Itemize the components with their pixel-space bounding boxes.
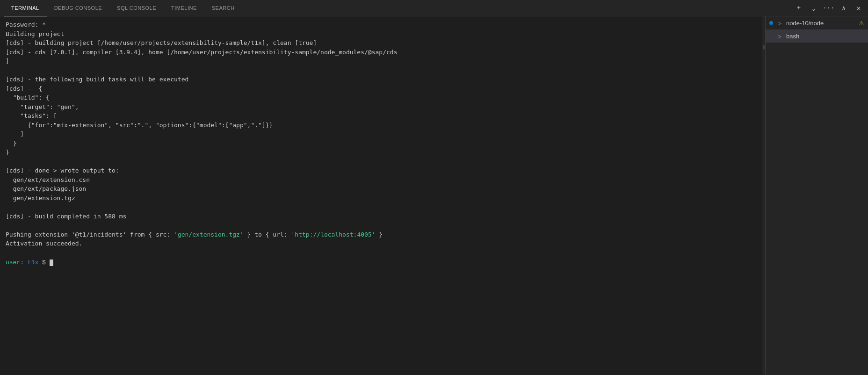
- main-area: Password: * Building project [cds] - bui…: [0, 16, 868, 375]
- sidebar-item-node-10-node[interactable]: ▷ node-10/node ⚠: [766, 16, 868, 29]
- terminal-line-15: }: [6, 148, 757, 157]
- tab-terminal[interactable]: TERMINAL: [4, 0, 47, 16]
- tab-bar-right: + ⌄ ··· ∧ ✕: [793, 2, 864, 14]
- prompt-symbol: $: [42, 258, 46, 267]
- terminal-panel: Password: * Building project [cds] - bui…: [0, 16, 762, 375]
- sidebar-item-bash[interactable]: ▷ bash: [766, 29, 868, 43]
- active-dot-indicator: [769, 21, 773, 25]
- close-panel-button[interactable]: ✕: [853, 2, 864, 14]
- tab-bar-left: TERMINAL DEBUG CONSOLE SQL CONSOLE TIMEL…: [4, 0, 242, 16]
- terminal-line-blank: [6, 248, 757, 258]
- terminal-line-push: Pushing extension '@t1/incidents' from {…: [6, 230, 757, 239]
- terminal-line-1: Password: *: [6, 20, 757, 29]
- terminal-line-4: [cds] - cds [7.0.1], compiler [3.9.4], h…: [6, 48, 757, 57]
- terminal-line-19: gen/ext/package.json: [6, 184, 757, 194]
- maximize-icon[interactable]: ∧: [838, 2, 849, 14]
- terminal-line-20: gen/extension.tgz: [6, 194, 757, 203]
- terminal-line-21: [6, 202, 757, 212]
- terminal-line-6: [6, 66, 757, 75]
- tab-bar: TERMINAL DEBUG CONSOLE SQL CONSOLE TIMEL…: [0, 0, 868, 16]
- terminal-line-8: [cds] - {: [6, 84, 757, 94]
- sidebar-item-bash-label: bash: [786, 33, 864, 40]
- prompt-user: user:: [6, 258, 24, 267]
- tab-timeline[interactable]: TIMELINE: [164, 0, 204, 16]
- tab-sql-console[interactable]: SQL CONSOLE: [109, 0, 164, 16]
- terminal-line-22: [cds] - build completed in 588 ms: [6, 212, 757, 221]
- terminal-line-2: Building project: [6, 29, 757, 39]
- terminal-line-10: "target": "gen",: [6, 102, 757, 112]
- add-terminal-button[interactable]: +: [793, 2, 804, 14]
- terminal-output[interactable]: Password: * Building project [cds] - bui…: [0, 16, 762, 375]
- sidebar-panel: ▷ node-10/node ⚠ ▷ bash: [765, 16, 868, 375]
- terminal-line-16: [6, 157, 757, 166]
- prompt-dir: t1x: [28, 258, 38, 267]
- terminal-line-14: }: [6, 139, 757, 148]
- scroll-thumb: [763, 45, 765, 50]
- terminal-line-7: [cds] - the following build tasks will b…: [6, 75, 757, 84]
- tab-search[interactable]: SEARCH: [204, 0, 242, 16]
- terminal-line-3: [cds] - building project [/home/user/pro…: [6, 38, 757, 48]
- terminal-prompt-line: user: t1x $: [6, 257, 757, 268]
- terminal-scrollbar[interactable]: [762, 16, 765, 375]
- terminal-line-5: ]: [6, 57, 757, 66]
- chevron-down-icon[interactable]: ⌄: [808, 2, 819, 14]
- terminal-line-11: "tasks": [: [6, 111, 757, 121]
- terminal-line-17: [cds] - done > wrote output to:: [6, 166, 757, 175]
- terminal-line-13: ]: [6, 130, 757, 139]
- tab-debug-console[interactable]: DEBUG CONSOLE: [47, 0, 109, 16]
- terminal-cursor: [50, 260, 53, 266]
- more-options-icon[interactable]: ···: [823, 2, 834, 14]
- sidebar-item-node-label: node-10/node: [786, 20, 856, 27]
- bash-expand-arrow-icon: ▷: [776, 32, 783, 40]
- terminal-line-12: {"for":"mtx-extension", "src":".", "opti…: [6, 121, 757, 130]
- warning-icon: ⚠: [859, 20, 864, 27]
- terminal-line-18: gen/ext/extension.csn: [6, 175, 757, 185]
- terminal-line-activation: Activation succeeded.: [6, 239, 757, 248]
- terminal-line-23: [6, 221, 757, 230]
- expand-arrow-icon: ▷: [776, 19, 783, 27]
- terminal-line-9: "build": {: [6, 93, 757, 102]
